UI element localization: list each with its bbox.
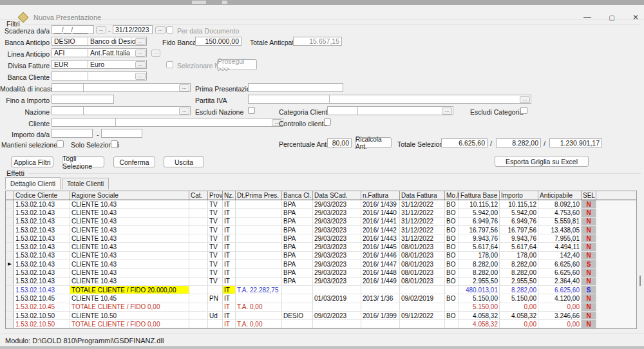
ricalcola-ant-button[interactable]: Ricalcola Ant.	[355, 137, 392, 148]
cliente-combo[interactable]: ...	[52, 118, 283, 127]
nazione-browse-button[interactable]: ...	[179, 108, 189, 115]
row-gutter	[6, 278, 14, 285]
table-row[interactable]: 1.53.02.10.43CLIENTE 10.43TVITBPA29/03/2…	[6, 234, 596, 243]
divisa-fatture-browse-button[interactable]: ...	[135, 61, 146, 68]
row-gutter-header[interactable]	[6, 191, 14, 200]
fido-banca-input[interactable]: 150.000,00	[195, 37, 242, 46]
cell-nfatt: 2016/ 1/440	[361, 209, 400, 216]
column-header-banca[interactable]: Banca Cl.	[282, 191, 313, 200]
prosegui-button[interactable]: Prosegui >>>	[217, 59, 257, 70]
minimize-button[interactable]: —	[577, 10, 598, 24]
cell-datafatt: 08/01/2023	[400, 260, 445, 268]
selezionare-nc-checkbox[interactable]	[166, 61, 173, 68]
scadenza-to-input[interactable]: 31/12/2023	[113, 25, 153, 34]
cell-moi: BO	[445, 218, 459, 225]
escludi-nazione-checkbox[interactable]	[248, 107, 255, 114]
column-header-prov[interactable]: Prov.	[208, 191, 223, 200]
banca-anticipo-desc[interactable]: Banco di Desio	[88, 37, 135, 45]
column-header-dtprima[interactable]: Dt.Prima Pres.	[236, 191, 282, 200]
divisa-fatture-combo[interactable]: EUR Euro ...	[52, 60, 147, 69]
fino-a-importo-input[interactable]	[52, 95, 114, 104]
column-header-cat[interactable]: Cat.	[189, 191, 208, 200]
cell-moi: BO	[445, 209, 459, 216]
table-row[interactable]: 1.53.02.10.43CLIENTE 10.43TVITBPA29/03/2…	[6, 278, 596, 286]
column-header-nfatt[interactable]: n.Fattura	[361, 191, 400, 200]
percentuale-anticipo-input[interactable]: 80,00	[327, 138, 352, 147]
banca-anticipo-code[interactable]: DESIO	[52, 37, 88, 45]
table-row[interactable]: 1.53.02.10.43CLIENTE 10.43TVITBPA29/03/2…	[6, 209, 596, 217]
cell-importo: 5.942,00	[500, 209, 538, 216]
cell-prov	[208, 320, 223, 328]
table-row[interactable]: 1.53.02.10.43TOTALE CLIENTE / FIDO 20.00…	[6, 286, 596, 294]
nazione-combo[interactable]: ...	[52, 106, 191, 115]
table-row[interactable]: ▶1.53.02.10.43CLIENTE 10.43TVITBPA29/03/…	[6, 260, 596, 269]
close-button[interactable]: ✕	[625, 10, 644, 24]
cell-dtprima	[236, 234, 282, 242]
linea-anticipo-extra-browse-button[interactable]: ...	[151, 50, 160, 57]
esporta-griglia-button[interactable]: Esporta Griglia su Excel	[495, 156, 589, 167]
categoria-cliente-combo[interactable]: ...	[327, 106, 453, 115]
mantieni-selezione-checkbox[interactable]	[57, 140, 64, 147]
column-header-sel[interactable]: SEL	[582, 191, 596, 200]
cell-sel: N	[582, 269, 596, 276]
table-row[interactable]: 1.53.02.10.43CLIENTE 10.43TVITBPA29/03/2…	[6, 200, 596, 209]
importo-da-input[interactable]	[52, 129, 93, 138]
table-row[interactable]: 1.53.02.10.43CLIENTE 10.43TVITBPA29/03/2…	[6, 252, 596, 260]
table-row[interactable]: 1.53.02.10.45CLIENTE 10.45PNIT01/03/2019…	[6, 294, 596, 303]
column-header-antic[interactable]: Anticipabile	[538, 191, 582, 200]
banca-anticipo-combo[interactable]: DESIO Banco di Desio ...	[52, 37, 147, 46]
banca-anticipo-browse-button[interactable]: ...	[135, 38, 146, 45]
column-header-importo[interactable]: Importo	[500, 191, 538, 200]
cell-antic: 13.438,05	[538, 226, 582, 234]
banca-cliente-combo[interactable]: ...	[52, 71, 147, 80]
column-header-codice[interactable]: Codice Cliente	[14, 191, 70, 200]
table-row[interactable]: 1.53.02.10.43CLIENTE 10.43TVITBPA29/03/2…	[6, 243, 596, 251]
solo-selezionati-checkbox[interactable]	[111, 140, 118, 147]
scadenza-to-browse-button[interactable]: ...	[155, 26, 166, 33]
column-header-moi[interactable]: Mo.I.	[445, 191, 459, 200]
cell-ragione: CLIENTE 10.43	[70, 269, 189, 276]
linea-anticipo-code[interactable]: AFI	[52, 49, 88, 57]
controllo-cliente-checkbox[interactable]	[324, 118, 331, 126]
column-header-base[interactable]: Fattura Base	[459, 191, 500, 200]
table-row[interactable]: 1.53.02.10.50TOTALE CLIENTE / FIDO 0,00I…	[6, 320, 596, 328]
linea-anticipo-desc[interactable]: Ant.Fatt.Italia	[88, 49, 135, 57]
table-row[interactable]: 1.53.02.10.43CLIENTE 10.43TVITBPA29/03/2…	[6, 269, 596, 277]
togli-selezione-button[interactable]: Togli Selezione	[62, 156, 104, 167]
banca-cliente-browse-button[interactable]: ...	[135, 73, 146, 80]
tab-totale-clienti[interactable]: Totale Clienti	[62, 178, 109, 189]
linea-anticipo-browse-button[interactable]: ...	[135, 50, 146, 57]
partita-iva-browse-button[interactable]: ...	[520, 96, 530, 103]
divisa-fatture-desc[interactable]: Euro	[88, 61, 135, 68]
vertical-scrollbar-thumb[interactable]	[639, 276, 641, 286]
scadenza-from-input[interactable]: __/__/____	[52, 25, 94, 34]
column-header-ragione[interactable]: Ragione Sociale	[70, 191, 189, 200]
linea-anticipo-combo[interactable]: AFI Ant.Fatt.Italia ...	[52, 48, 147, 57]
categoria-cliente-browse-button[interactable]: ...	[442, 108, 452, 115]
uscita-button[interactable]: Uscita	[164, 156, 204, 167]
tab-dettaglio-clienti[interactable]: Dettaglio Clienti	[5, 177, 61, 189]
table-row[interactable]: 1.53.02.10.50CLIENTE 10.50UdITDESIO09/02…	[6, 312, 596, 320]
prima-presentazione-input[interactable]	[248, 83, 343, 92]
escludi-categoria-checkbox[interactable]	[520, 107, 527, 114]
column-header-datafatt[interactable]: Data Fattura	[400, 191, 445, 200]
scadenza-from-browse-button[interactable]: ...	[96, 26, 106, 33]
cell-sel: N	[582, 218, 596, 225]
modalita-incasso-browse-button[interactable]: ...	[179, 84, 189, 91]
column-header-nz[interactable]: Nz.	[223, 191, 236, 200]
importo-a-input[interactable]	[101, 129, 142, 138]
modalita-incasso-combo[interactable]: ...	[52, 83, 191, 92]
column-header-scad[interactable]: Data SCad.	[313, 191, 361, 200]
maximize-button[interactable]: ▢	[601, 10, 622, 24]
per-data-documento-checkbox[interactable]	[166, 26, 173, 33]
effetti-grid: Codice ClienteRagione SocialeCat.Prov.Nz…	[5, 191, 637, 329]
cell-ragione: CLIENTE 10.43	[70, 260, 189, 268]
cell-nfatt: 2016/ 1/399	[361, 312, 400, 319]
table-row[interactable]: 1.53.02.10.45TOTALE CLIENTE / FIDO 0,00I…	[6, 303, 596, 312]
table-row[interactable]: 1.53.02.10.43CLIENTE 10.43TVITBPA29/03/2…	[6, 218, 596, 226]
applica-filtri-button[interactable]: Applica Filtri	[11, 156, 53, 167]
table-row[interactable]: 1.53.02.10.43CLIENTE 10.43TVITBPA29/03/2…	[6, 226, 596, 234]
divisa-fatture-code[interactable]: EUR	[52, 61, 88, 68]
partita-iva-combo[interactable]: ...	[248, 95, 531, 104]
conferma-button[interactable]: Conferma	[113, 156, 155, 167]
